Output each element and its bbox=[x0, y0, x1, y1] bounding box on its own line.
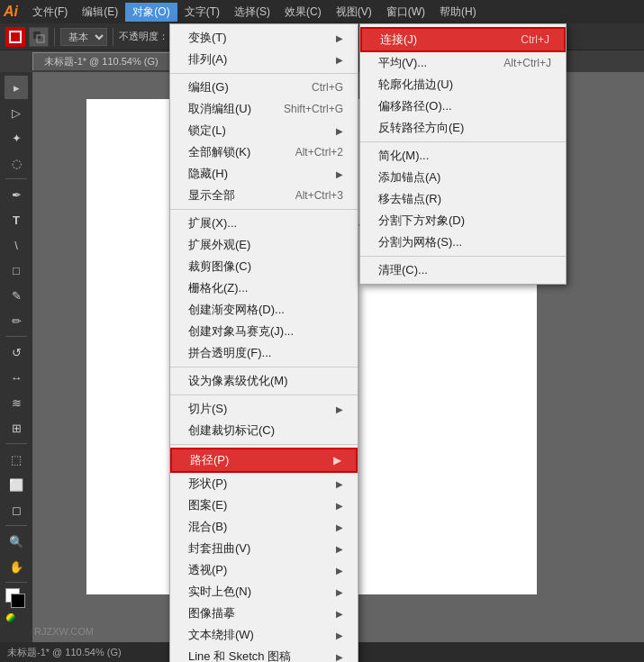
path-divide-below[interactable]: 分割下方对象(D) bbox=[360, 210, 566, 231]
tool-sep-3 bbox=[5, 443, 27, 444]
status-tab-info: 未标题-1* @ 110.54% (G) bbox=[7, 646, 122, 659]
menu-sep-4 bbox=[170, 394, 358, 395]
tool-sep-2 bbox=[5, 336, 27, 337]
path-submenu: 连接(J) Ctrl+J 平均(V)... Alt+Ctrl+J 轮廓化描边(U… bbox=[359, 23, 567, 285]
fill-stroke-btn[interactable] bbox=[5, 588, 27, 610]
selection-tool-btn[interactable]: ▸ bbox=[5, 76, 28, 99]
menu-expand-appearance[interactable]: 扩展外观(E) bbox=[170, 234, 358, 256]
menu-transform[interactable]: 变换(T) ▶ bbox=[170, 27, 358, 49]
menu-bar: Ai 文件(F) 编辑(E) 对象(O) 文字(T) 选择(S) 效果(C) 视… bbox=[0, 0, 644, 23]
menu-lock[interactable]: 锁定(L) ▶ bbox=[170, 120, 358, 141]
tool-sep-5 bbox=[5, 582, 27, 583]
left-toolbar: ▸ ▷ ✦ ◌ ✒ T \ □ ✎ ✏ ↺ ↔ ≋ ⊞ ⬚ ⬜ ◻ 🔍 ✋ bbox=[0, 72, 32, 642]
scale-tool-btn[interactable]: ↔ bbox=[5, 366, 28, 389]
magic-wand-tool-btn[interactable]: ✦ bbox=[5, 126, 28, 150]
object-dropdown-menu: 变换(T) ▶ 排列(A) ▶ 编组(G) Ctrl+G 取消编组(U) Shi… bbox=[169, 23, 358, 662]
menu-create-trim-marks[interactable]: 创建裁切标记(C) bbox=[170, 420, 358, 441]
menu-live-paint[interactable]: 实时上色(N) ▶ bbox=[170, 581, 358, 603]
app-logo: Ai bbox=[4, 4, 18, 20]
path-offset[interactable]: 偏移路径(O)... bbox=[360, 95, 566, 117]
menu-image-trace[interactable]: 图像描摹 ▶ bbox=[170, 603, 358, 624]
toolbar-sep-2 bbox=[113, 28, 113, 46]
toolbar-base-select[interactable]: 基本 bbox=[60, 28, 107, 46]
menu-items: 文件(F) 编辑(E) 对象(O) 文字(T) 选择(S) 效果(C) 视图(V… bbox=[25, 3, 484, 22]
menu-window[interactable]: 窗口(W) bbox=[379, 3, 432, 22]
menu-flatten-transparency[interactable]: 拼合透明度(F)... bbox=[170, 342, 358, 364]
menu-line-sketch[interactable]: Line 和 Sketch 图稿 ▶ bbox=[170, 646, 358, 662]
toolbar-sep-1 bbox=[54, 28, 55, 46]
tool-sep-1 bbox=[5, 178, 27, 179]
artboard-tool-btn[interactable]: ◻ bbox=[5, 498, 28, 521]
menu-text-wrap[interactable]: 文本绕排(W) ▶ bbox=[170, 624, 358, 646]
menu-perspective[interactable]: 透视(P) ▶ bbox=[170, 559, 358, 581]
menu-unlock-all[interactable]: 全部解锁(K) Alt+Ctrl+2 bbox=[170, 141, 358, 163]
path-sep-1 bbox=[360, 141, 566, 142]
menu-arrange[interactable]: 排列(A) ▶ bbox=[170, 49, 358, 70]
hand-tool-btn[interactable]: ✋ bbox=[5, 555, 28, 578]
warp-tool-btn[interactable]: ≋ bbox=[5, 391, 28, 414]
path-split-grid[interactable]: 分割为网格(S)... bbox=[360, 231, 566, 253]
menu-show-all[interactable]: 显示全部 Alt+Ctrl+3 bbox=[170, 185, 358, 206]
menu-hide[interactable]: 隐藏(H) ▶ bbox=[170, 163, 358, 185]
svg-rect-0 bbox=[10, 32, 21, 42]
menu-create-object-mosaic[interactable]: 创建对象马赛克(J)... bbox=[170, 321, 358, 342]
menu-edit[interactable]: 编辑(E) bbox=[75, 3, 125, 22]
menu-help[interactable]: 帮助(H) bbox=[432, 3, 484, 22]
color-mode-btn[interactable] bbox=[6, 613, 26, 630]
menu-pattern[interactable]: 图案(E) ▶ bbox=[170, 494, 358, 516]
path-reverse[interactable]: 反转路径方向(E) bbox=[360, 117, 566, 139]
menu-blend[interactable]: 混合(B) ▶ bbox=[170, 516, 358, 538]
path-average[interactable]: 平均(V)... Alt+Ctrl+J bbox=[360, 52, 566, 74]
watermark: RJZXW.COM bbox=[34, 626, 94, 637]
rect-tool-btn[interactable]: □ bbox=[5, 258, 28, 282]
menu-rasterize[interactable]: 栅格化(Z)... bbox=[170, 277, 358, 299]
path-add-anchor[interactable]: 添加锚点(A) bbox=[360, 167, 566, 188]
path-join[interactable]: 连接(J) Ctrl+J bbox=[360, 27, 566, 52]
rotate-tool-btn[interactable]: ↺ bbox=[5, 340, 28, 364]
pencil-tool-btn[interactable]: ✏ bbox=[5, 309, 28, 332]
direct-selection-tool-btn[interactable]: ▷ bbox=[5, 101, 28, 124]
document-tab[interactable]: 未标题-1* @ 110.54% (G) bbox=[32, 52, 170, 70]
menu-sep-5 bbox=[170, 444, 358, 445]
type-tool-btn[interactable]: T bbox=[5, 208, 28, 231]
menu-sep-3 bbox=[170, 367, 358, 367]
paintbrush-tool-btn[interactable]: ✎ bbox=[5, 284, 28, 307]
menu-type[interactable]: 文字(T) bbox=[177, 3, 227, 22]
symbol-sprayer-btn[interactable]: ⬚ bbox=[5, 448, 28, 471]
menu-path[interactable]: 路径(P) ▶ bbox=[170, 448, 358, 473]
menu-shape[interactable]: 形状(P) ▶ bbox=[170, 473, 358, 494]
zoom-tool-btn[interactable]: 🔍 bbox=[5, 530, 28, 553]
toolbar-opacity-label: 不透明度： bbox=[119, 30, 168, 43]
line-tool-btn[interactable]: \ bbox=[5, 233, 28, 257]
menu-group[interactable]: 编组(G) Ctrl+G bbox=[170, 77, 358, 98]
tool-sep-4 bbox=[5, 525, 27, 526]
menu-slice[interactable]: 切片(S) ▶ bbox=[170, 398, 358, 420]
menu-object[interactable]: 对象(O) bbox=[125, 3, 177, 22]
menu-pixel-optimize[interactable]: 设为像素级优化(M) bbox=[170, 370, 358, 392]
menu-create-gradient-mesh[interactable]: 创建渐变网格(D)... bbox=[170, 299, 358, 321]
menu-view[interactable]: 视图(V) bbox=[329, 3, 379, 22]
path-simplify[interactable]: 简化(M)... bbox=[360, 145, 566, 167]
menu-envelope-distort[interactable]: 封套扭曲(V) ▶ bbox=[170, 538, 358, 559]
toolbar-stroke-btn[interactable] bbox=[5, 27, 25, 47]
menu-file[interactable]: 文件(F) bbox=[25, 3, 75, 22]
path-clean[interactable]: 清理(C)... bbox=[360, 259, 566, 281]
free-transform-btn[interactable]: ⊞ bbox=[5, 416, 28, 440]
path-sep-2 bbox=[360, 256, 566, 257]
menu-expand[interactable]: 扩展(X)... bbox=[170, 213, 358, 234]
graph-tool-btn[interactable]: ⬜ bbox=[5, 473, 28, 496]
menu-ungroup[interactable]: 取消编组(U) Shift+Ctrl+G bbox=[170, 98, 358, 120]
menu-crop-image[interactable]: 裁剪图像(C) bbox=[170, 256, 358, 277]
lasso-tool-btn[interactable]: ◌ bbox=[5, 151, 28, 175]
menu-select[interactable]: 选择(S) bbox=[227, 3, 277, 22]
menu-sep-1 bbox=[170, 73, 358, 74]
menu-sep-2 bbox=[170, 209, 358, 210]
path-outline-stroke[interactable]: 轮廓化描边(U) bbox=[360, 74, 566, 95]
pen-tool-btn[interactable]: ✒ bbox=[5, 183, 28, 206]
toolbar-fill-btn[interactable] bbox=[29, 27, 49, 47]
menu-effect[interactable]: 效果(C) bbox=[277, 3, 329, 22]
path-remove-anchor[interactable]: 移去锚点(R) bbox=[360, 188, 566, 210]
